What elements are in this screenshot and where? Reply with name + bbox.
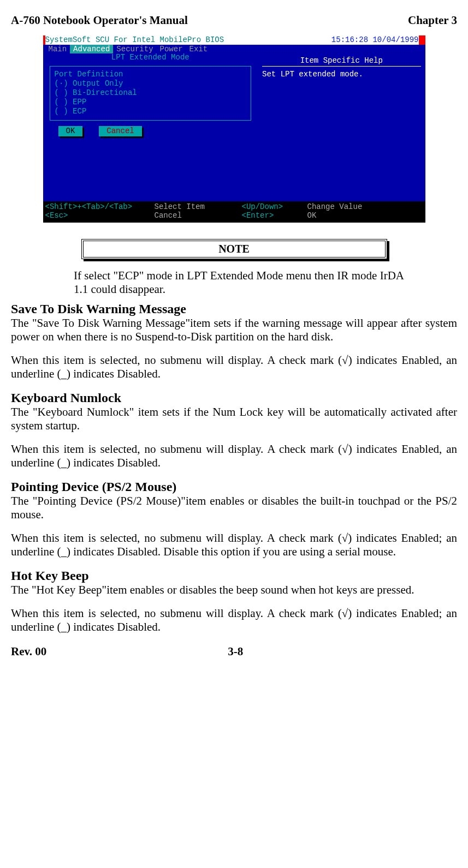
paragraph: The "Keyboard Numlock" item sets if the …	[11, 405, 457, 433]
key-hint-enter: <Enter>	[242, 211, 307, 220]
bios-titlebar: SystemSoft SCU For Intel MobilePro BIOS …	[43, 35, 425, 45]
note-label: NOTE	[218, 243, 250, 255]
port-def-label: Port Definition	[55, 70, 247, 79]
page-number: 3-8	[228, 645, 243, 659]
decoration	[419, 35, 423, 45]
bios-screenshot: SystemSoft SCU For Intel MobilePro BIOS …	[43, 35, 425, 223]
paragraph: The "Hot Key Beep"item enables or disabl…	[11, 583, 457, 597]
option-epp[interactable]: ( ) EPP	[55, 98, 247, 107]
menu-power[interactable]: Power	[157, 45, 186, 53]
bios-dialog-panel: LPT Extended Mode Port Definition (·) Ou…	[43, 54, 258, 201]
bios-help-panel: Item Specific Help Set LPT extended mode…	[258, 54, 425, 201]
heading-pointing-device: Pointing Device (PS/2 Mouse)	[11, 480, 457, 494]
manual-title: A-760 Notebook Operator's Manual	[11, 14, 188, 27]
help-text: Set LPT extended mode.	[262, 70, 420, 79]
menu-advanced[interactable]: Advanced	[70, 45, 113, 53]
note-text: If select "ECP" mode in LPT Extended Mod…	[74, 269, 404, 296]
ok-button[interactable]: OK	[58, 126, 83, 136]
heading-keyboard-numlock: Keyboard Numlock	[11, 391, 457, 405]
paragraph: When this item is selected, no submenu w…	[11, 354, 457, 381]
cancel-button[interactable]: Cancel	[99, 126, 141, 136]
key-hint-tab: <Shift>+<Tab>/<Tab>	[45, 202, 155, 212]
chapter: Chapter 3	[408, 14, 457, 27]
key-hint-ok: OK	[307, 211, 317, 220]
bios-clock: 15:16:28 10/04/1999	[331, 35, 419, 45]
port-definition-box: Port Definition (·) Output Only ( ) Bi-D…	[50, 66, 252, 121]
page-footer: Rev. 00 3-8	[11, 645, 457, 659]
paragraph: When this item is selected, no submenu w…	[11, 531, 457, 559]
heading-hot-key-beep: Hot Key Beep	[11, 568, 457, 583]
bios-title: SystemSoft SCU For Intel MobilePro BIOS	[45, 35, 331, 45]
menu-exit[interactable]: Exit	[186, 45, 211, 53]
divider	[262, 66, 420, 67]
page-header: A-760 Notebook Operator's Manual Chapter…	[11, 14, 457, 27]
bios-footer: <Shift>+<Tab>/<Tab> Select Item <Up/Down…	[43, 201, 425, 223]
revision: Rev. 00	[11, 645, 46, 659]
option-ecp[interactable]: ( ) ECP	[55, 107, 247, 116]
paragraph: The "Pointing Device (PS/2 Mouse)"item e…	[11, 494, 457, 522]
spacer	[424, 645, 457, 659]
paragraph: When this item is selected, no submenu w…	[11, 442, 457, 470]
key-hint-select: Select Item	[155, 202, 242, 212]
key-hint-esc: <Esc>	[45, 211, 155, 220]
heading-save-to-disk: Save To Disk Warning Message	[11, 302, 457, 316]
menu-security[interactable]: Security	[113, 45, 156, 53]
note-box: NOTE	[81, 239, 387, 259]
key-hint-updown: <Up/Down>	[242, 202, 307, 212]
paragraph: When this item is selected, no submenu w…	[11, 607, 457, 634]
key-hint-cancel: Cancel	[155, 211, 242, 220]
help-title: Item Specific Help	[262, 56, 420, 65]
menu-main[interactable]: Main	[45, 45, 70, 53]
option-output-only[interactable]: (·) Output Only	[55, 79, 247, 88]
paragraph: The "Save To Disk Warning Message"item s…	[11, 316, 457, 344]
key-hint-change: Change Value	[307, 202, 363, 212]
option-bidirectional[interactable]: ( ) Bi-Directional	[55, 88, 247, 98]
dialog-title: LPT Extended Mode	[48, 53, 254, 62]
